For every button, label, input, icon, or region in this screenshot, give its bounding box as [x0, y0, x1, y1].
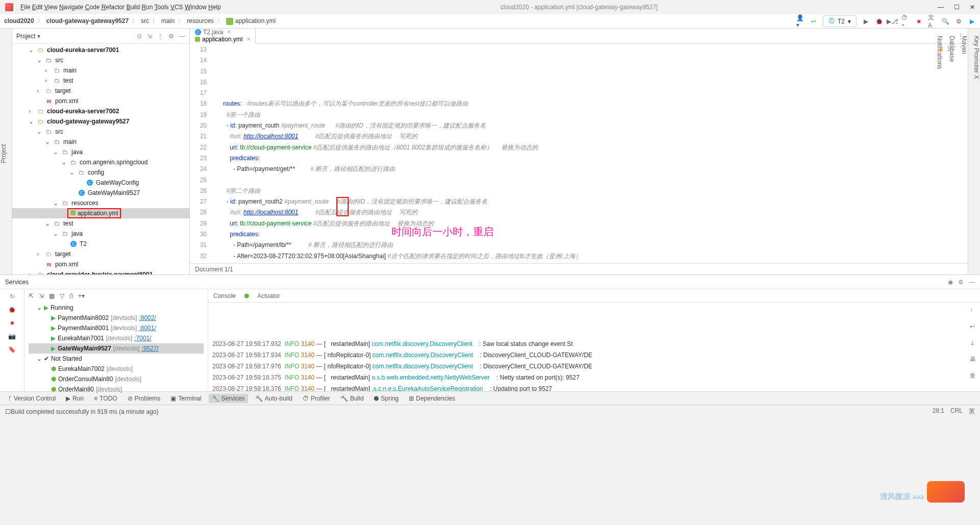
toolwindow-version-control[interactable]: ᚶ Version Control — [5, 394, 59, 403]
service-item[interactable]: ▶ GateWayMain9527 [devtools] :9527/ — [29, 343, 204, 354]
tree-node[interactable]: ›🗀target — [12, 249, 189, 259]
console-tab-actuator[interactable]: Actuator — [257, 292, 280, 299]
tree-node[interactable]: ›🗀test — [12, 76, 189, 86]
toolwindow-problems[interactable]: ⊘ Problems — [125, 394, 164, 403]
menu-view[interactable]: View — [44, 4, 58, 11]
tree-node[interactable]: ›🗀target — [12, 86, 189, 96]
tree-node[interactable]: mpom.xml — [12, 259, 189, 269]
toolwindow-spring[interactable]: ⬢ Spring — [371, 394, 402, 403]
service-item[interactable]: ▶ EurekaMain7001 [devtools] :7001/ — [29, 333, 204, 343]
service-item[interactable]: ▶ PaymentMain8002 [devtools] :8002/ — [29, 313, 204, 323]
profile-icon[interactable]: ⏱▾ — [901, 17, 910, 26]
toolwindow-build[interactable]: 🔨 Build — [337, 394, 367, 403]
settings-icon[interactable]: ⚙ — [168, 33, 174, 40]
breadcrumb-item[interactable]: cloud2020 — [4, 17, 34, 24]
settings-icon[interactable]: ◉ — [948, 279, 953, 286]
breadcrumb-item[interactable]: resources — [187, 17, 214, 24]
toolwindow-terminal[interactable]: ▣ Terminal — [167, 394, 204, 403]
services-notstarted-group[interactable]: ⌄ ✔ Not Started — [29, 354, 204, 364]
breadcrumb-item[interactable]: application.yml — [235, 17, 276, 24]
collapse-icon[interactable]: ⇲ — [39, 292, 44, 299]
tree-node[interactable]: ⌄🗀config — [12, 167, 189, 178]
menu-build[interactable]: Build — [126, 4, 140, 11]
close-tab-icon[interactable]: × — [227, 29, 231, 36]
menu-edit[interactable]: Edit — [32, 4, 43, 11]
code-editor[interactable]: ▲ 1 ˄ ˅ 时间向后一小时，重启 routes: #routes表示可以路由… — [213, 44, 968, 263]
search-icon[interactable]: 🔍 — [941, 17, 949, 26]
menu-vcs[interactable]: VCS — [170, 4, 183, 11]
settings-icon[interactable]: ⚙ — [954, 17, 963, 26]
tree-node[interactable]: ›🗀cloud-eureka-server7002 — [12, 106, 189, 116]
menu-window[interactable]: Window — [185, 4, 207, 11]
menu-refactor[interactable]: Refactor — [102, 4, 125, 11]
service-item[interactable]: ⬢ OrderMain80 [devtools] — [29, 384, 204, 394]
camera-icon[interactable]: 📷 — [8, 332, 16, 340]
tree-node[interactable]: ⌄🗀test — [12, 218, 189, 229]
tree-node[interactable]: ⌄🗀resources — [12, 198, 189, 208]
menu-run[interactable]: Run — [141, 4, 153, 11]
debug-icon[interactable]: 🐞 — [8, 306, 16, 314]
toolwindow-todo[interactable]: ≡ TODO — [91, 394, 120, 403]
project-sidebar-tab[interactable]: Project — [0, 33, 7, 274]
project-tree[interactable]: ⌄🗀cloud-eureka-server7001⌄🗀src›🗀main›🗀te… — [12, 44, 189, 274]
service-item[interactable]: ⬢ OrderConsulMain80 [devtools] — [29, 374, 204, 384]
warning-icon[interactable]: ▲ — [938, 44, 944, 55]
services-tree[interactable]: ⇱ ⇲ ▦ ▽ ⎙ +▾ ⌄ ▶ Running▶ PaymentMain800… — [24, 289, 208, 391]
chevron-down-icon[interactable]: ▾ — [37, 33, 40, 40]
tree-node[interactable]: ⌄🗀main — [12, 137, 189, 147]
tree-node[interactable]: CGateWayConfig — [12, 178, 189, 188]
gear-icon[interactable]: ⚙ — [958, 279, 964, 286]
chevron-up-icon[interactable]: ˄ — [953, 44, 957, 55]
add-icon[interactable]: +▾ — [78, 292, 85, 299]
expand-icon[interactable]: ⇲ — [147, 33, 152, 40]
scroll-top-icon[interactable]: ↑ — [970, 305, 976, 316]
avatar-icon[interactable]: ▶ — [968, 17, 976, 26]
bookmarks-icon[interactable]: 🔖 — [8, 345, 16, 354]
rerun-icon[interactable]: ↻ — [8, 292, 16, 301]
chevron-down-icon[interactable]: ˅ — [960, 44, 963, 55]
console-output[interactable]: ↑ ↩ ⤓ 🖶 🗑 2023-08-27 19:59:17.932 INFO 3… — [208, 303, 980, 391]
tree-node[interactable]: application.yml — [12, 208, 189, 218]
menu-help[interactable]: Help — [208, 4, 221, 11]
coverage-icon[interactable]: ▶⎇ — [888, 17, 896, 26]
tree-node[interactable]: ›🗀cloud-provider-hystrix-payment8001 — [12, 269, 189, 274]
right-tool-key-promoter-x[interactable]: Key Promoter X — [973, 33, 980, 274]
tree-node[interactable]: ⌄🗀src — [12, 55, 189, 65]
collapse-icon[interactable]: ⋮ — [157, 33, 163, 40]
stop-icon[interactable]: ■ — [8, 319, 16, 327]
editor-tab[interactable]: application.yml× — [190, 36, 256, 44]
debug-icon[interactable]: 🐞 — [875, 17, 883, 26]
tree-node[interactable]: mpom.xml — [12, 96, 189, 106]
close-tab-icon[interactable]: × — [247, 36, 250, 43]
menu-file[interactable]: File — [20, 4, 30, 11]
toolwindow-services[interactable]: 🔧 Services — [209, 394, 248, 403]
minimize-icon[interactable]: — — [938, 4, 944, 11]
clear-icon[interactable]: 🗑 — [970, 370, 976, 381]
back-icon[interactable]: ↩ — [810, 17, 818, 26]
services-running-group[interactable]: ⌄ ▶ Running — [29, 303, 204, 313]
tree-node[interactable]: CT2 — [12, 239, 189, 249]
tree-node[interactable]: ⌄🗀cloud-eureka-server7001 — [12, 45, 189, 55]
toolwindow-auto-build[interactable]: 🔨 Auto-build — [252, 394, 296, 403]
expand-icon[interactable]: ⇱ — [29, 292, 34, 299]
print-icon[interactable]: 🖶 — [970, 354, 976, 365]
stop-icon[interactable]: ■ — [915, 17, 923, 26]
console-tab-console[interactable]: Console — [213, 292, 236, 299]
menu-tools[interactable]: Tools — [155, 4, 169, 11]
tree-node[interactable]: CGateWayMain9527 — [12, 188, 189, 198]
tree-node[interactable]: ⌄🗀com.angenin.springcloud — [12, 157, 189, 167]
toolwindow-dependencies[interactable]: ⊞ Dependencies — [406, 394, 458, 403]
service-item[interactable]: ⬢ EurekaMain7002 [devtools] — [29, 364, 204, 374]
tree-node[interactable]: ⌄🗀java — [12, 229, 189, 239]
stack-icon[interactable]: ⎙ — [69, 292, 73, 299]
service-item[interactable]: ▶ PaymentMain8001 [devtools] :8001/ — [29, 323, 204, 333]
breadcrumb-item[interactable]: src — [141, 17, 149, 24]
layout-icon[interactable]: ▦ — [49, 292, 55, 299]
run-config-selector[interactable]: Ⓒ T2 ▾ — [823, 15, 856, 27]
scroll-end-icon[interactable]: ⤓ — [970, 337, 976, 348]
user-icon[interactable]: 👤▾ — [796, 17, 804, 26]
tree-node[interactable]: ⌄🗀src — [12, 127, 189, 137]
menu-navigate[interactable]: Navigate — [59, 4, 83, 11]
hide-icon[interactable]: — — [179, 33, 185, 40]
editor-tab[interactable]: CT2.java× — [190, 29, 256, 36]
